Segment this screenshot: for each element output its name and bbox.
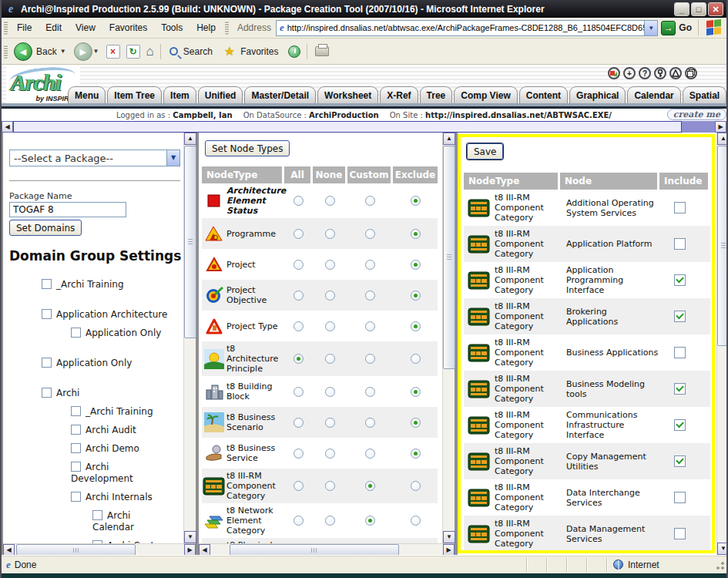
- favorites-button[interactable]: ★ Favorites: [219, 44, 285, 59]
- select-dropdown-icon[interactable]: ▼: [166, 150, 179, 166]
- radio-none[interactable]: [325, 418, 335, 428]
- help-icon[interactable]: ?: [639, 67, 651, 79]
- scroll-left-arrow[interactable]: ◀: [3, 544, 15, 556]
- radio-all[interactable]: [294, 291, 304, 301]
- tree-checkbox[interactable]: [42, 388, 52, 398]
- scroll-up-arrow[interactable]: ▲: [717, 133, 728, 145]
- address-input[interactable]: e http://inspired.dnsalias.net/abtwsac.e…: [276, 20, 658, 36]
- radio-none[interactable]: [325, 229, 335, 239]
- search-button[interactable]: Search: [164, 46, 219, 57]
- tab-graphical[interactable]: Graphical: [569, 86, 626, 103]
- tab-comp-view[interactable]: Comp View: [454, 86, 517, 103]
- menu-item-help[interactable]: Help: [190, 22, 223, 33]
- scrollbar-thumb[interactable]: [717, 146, 728, 346]
- forward-dropdown-icon[interactable]: ▼: [93, 48, 99, 55]
- go-button[interactable]: → Go: [661, 21, 692, 35]
- menu-item-tools[interactable]: Tools: [154, 22, 190, 33]
- radio-exclude[interactable]: [411, 516, 421, 526]
- address-dropdown-button[interactable]: ▼: [644, 21, 657, 35]
- radio-none[interactable]: [325, 291, 335, 301]
- radio-none[interactable]: [325, 321, 335, 331]
- tab-x-ref[interactable]: X-Ref: [380, 86, 418, 103]
- radio-custom[interactable]: [365, 516, 375, 526]
- delta-icon[interactable]: [669, 67, 682, 79]
- tree-checkbox[interactable]: [42, 309, 52, 319]
- radio-none[interactable]: [325, 449, 335, 459]
- package-select[interactable]: --Select a Package-- ▼: [9, 150, 180, 166]
- tab-content[interactable]: Content: [519, 86, 568, 103]
- scroll-left-arrow[interactable]: ◀: [2, 121, 13, 133]
- radio-all[interactable]: [294, 481, 304, 491]
- radio-custom[interactable]: [365, 260, 375, 270]
- radio-none[interactable]: [325, 196, 335, 206]
- radio-exclude[interactable]: [411, 354, 421, 364]
- radio-exclude[interactable]: [411, 387, 421, 397]
- menu-item-edit[interactable]: Edit: [39, 22, 69, 33]
- scrollbar-thumb[interactable]: [184, 146, 196, 338]
- include-checkbox[interactable]: [674, 528, 686, 539]
- cascade-icon[interactable]: [685, 67, 697, 79]
- radio-none[interactable]: [325, 354, 335, 364]
- radio-exclude[interactable]: [411, 291, 421, 301]
- radio-none[interactable]: [325, 481, 335, 491]
- tab-calendar[interactable]: Calendar: [627, 86, 680, 103]
- print-icon[interactable]: [315, 46, 329, 56]
- radio-none[interactable]: [325, 260, 335, 270]
- scroll-right-arrow[interactable]: ▶: [184, 544, 196, 556]
- radio-all[interactable]: [294, 387, 304, 397]
- key-icon[interactable]: [654, 67, 666, 79]
- radio-custom[interactable]: [365, 196, 375, 206]
- include-checkbox[interactable]: [674, 274, 686, 286]
- scrollbar-thumb[interactable]: [13, 121, 682, 133]
- tab-worksheet[interactable]: Worksheet: [317, 86, 378, 103]
- radio-exclude[interactable]: [411, 321, 421, 331]
- tab-master-detail[interactable]: Master/Detail: [244, 86, 316, 103]
- radio-none[interactable]: [325, 387, 335, 397]
- back-button[interactable]: ◀ Back ▼: [10, 42, 70, 61]
- include-checkbox[interactable]: [674, 419, 686, 431]
- maximize-button[interactable]: □: [691, 2, 706, 16]
- include-checkbox[interactable]: [674, 347, 686, 358]
- scrollbar-thumb[interactable]: [443, 146, 455, 369]
- radio-all[interactable]: [294, 354, 304, 364]
- tab-unified[interactable]: Unified: [198, 86, 243, 103]
- add-icon[interactable]: +: [623, 67, 636, 79]
- radio-custom[interactable]: [365, 418, 375, 428]
- radio-custom[interactable]: [365, 321, 375, 331]
- scroll-right-arrow[interactable]: ▶: [443, 544, 455, 556]
- tab-menu[interactable]: Menu: [68, 86, 106, 103]
- include-checkbox[interactable]: [674, 311, 686, 322]
- set-node-types-button[interactable]: Set Node Types: [205, 140, 290, 156]
- scroll-up-arrow[interactable]: ▲: [184, 133, 196, 145]
- toolbar-grip[interactable]: [225, 21, 229, 35]
- radio-exclude[interactable]: [411, 196, 421, 206]
- tree-checkbox[interactable]: [92, 510, 102, 520]
- toolbar-grip[interactable]: [4, 45, 8, 59]
- radio-all[interactable]: [294, 321, 304, 331]
- minimize-button[interactable]: _: [674, 2, 689, 16]
- scroll-down-arrow[interactable]: ▼: [443, 531, 455, 543]
- include-checkbox[interactable]: [674, 202, 686, 213]
- tree-checkbox[interactable]: [71, 425, 81, 435]
- menu-item-file[interactable]: File: [10, 22, 39, 33]
- radio-exclude[interactable]: [411, 449, 421, 459]
- refresh-icon[interactable]: ↻: [126, 45, 140, 59]
- radio-exclude[interactable]: [411, 481, 421, 491]
- forward-button[interactable]: ▶ ▼: [70, 42, 103, 61]
- scrollbar-thumb[interactable]: [16, 544, 136, 556]
- radio-none[interactable]: [325, 516, 335, 526]
- tree-checkbox[interactable]: [71, 328, 81, 338]
- tree-checkbox[interactable]: [71, 406, 81, 416]
- toolbar-grip[interactable]: [4, 21, 8, 35]
- radio-all[interactable]: [294, 196, 304, 206]
- tree-checkbox[interactable]: [42, 279, 52, 289]
- radio-all[interactable]: [294, 418, 304, 428]
- close-button[interactable]: ✕: [708, 2, 723, 16]
- include-checkbox[interactable]: [674, 455, 686, 467]
- scroll-up-arrow[interactable]: ▲: [443, 133, 455, 145]
- menu-item-favorites[interactable]: Favorites: [102, 22, 154, 33]
- radio-exclude[interactable]: [411, 418, 421, 428]
- include-checkbox[interactable]: [674, 238, 686, 250]
- history-icon[interactable]: [288, 45, 300, 58]
- radio-all[interactable]: [294, 229, 304, 239]
